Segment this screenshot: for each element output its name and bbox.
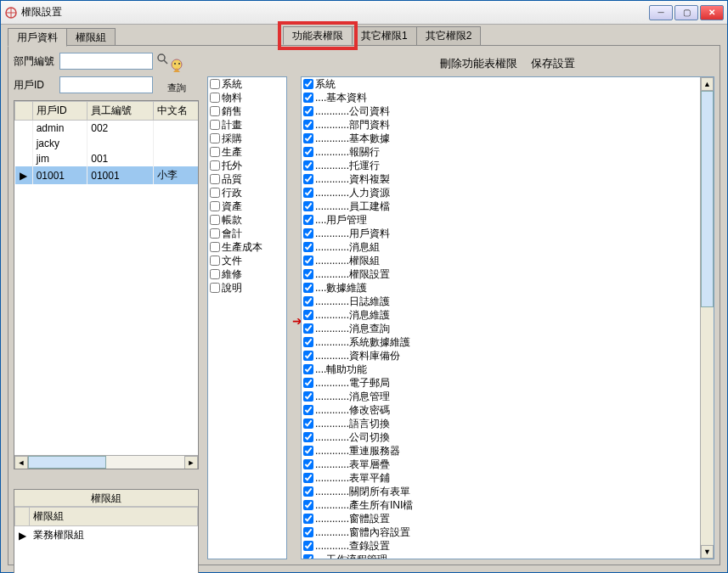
table-row[interactable]: ▶0100101001小李X.Le [15, 166, 200, 184]
save-settings-button[interactable]: 保存設置 [531, 57, 575, 70]
module-tree-item[interactable]: 行政 [208, 186, 286, 199]
perm-checkbox[interactable] [303, 188, 313, 198]
module-tree-item[interactable]: 托外 [208, 159, 286, 172]
perm-tree-item[interactable]: ............表單平鋪 [302, 471, 700, 485]
perm-checkbox[interactable] [303, 405, 313, 415]
perm-checkbox[interactable] [303, 337, 313, 347]
table-row[interactable]: admin002Cha [15, 121, 200, 137]
table-row[interactable]: ▶業務權限組 [15, 526, 198, 545]
perm-tree-item[interactable]: ............資料庫備份 [302, 349, 700, 362]
delete-menu-perm-button[interactable]: 刪除功能表權限 [440, 57, 517, 70]
perm-checkbox[interactable] [303, 364, 313, 374]
user-grid[interactable]: 用戶ID 員工編號 中文名 英文 admin002Chajackyjim001J… [14, 100, 199, 469]
module-tree-item[interactable]: 資產 [208, 199, 286, 213]
perm-checkbox[interactable] [303, 269, 313, 279]
module-tree-item[interactable]: 生產 [208, 145, 286, 159]
module-checkbox[interactable] [210, 106, 220, 116]
perm-checkbox[interactable] [303, 93, 313, 103]
perm-checkbox[interactable] [303, 391, 313, 402]
perm-tree-item[interactable]: ............表單層疊 [302, 458, 700, 471]
perm-checkbox[interactable] [303, 120, 313, 130]
perm-checkbox[interactable] [303, 256, 313, 266]
perm-checkbox[interactable] [303, 147, 313, 157]
minimize-button[interactable]: ─ [649, 5, 673, 20]
perm-checkbox[interactable] [303, 514, 313, 524]
tab-other-perm-2[interactable]: 其它權限2 [416, 26, 482, 45]
perm-checkbox[interactable] [303, 432, 313, 442]
perm-tree-item[interactable]: 系統 [302, 77, 700, 91]
module-tree-item[interactable]: 系統 [208, 77, 286, 91]
perm-tree-item[interactable]: ............關閉所有表單 [302, 485, 700, 498]
perm-tree-vscroll[interactable]: ▲ ▼ [700, 77, 714, 559]
perm-tree-item[interactable]: ....基本資料 [302, 91, 700, 104]
grid-hscroll[interactable]: ◄ ► [14, 455, 198, 469]
module-checkbox[interactable] [210, 269, 220, 279]
module-tree-item[interactable]: 銷售 [208, 104, 286, 118]
col-empno[interactable]: 員工編號 [87, 102, 154, 121]
perm-tree-item[interactable]: ............日誌維護 [302, 295, 700, 308]
perm-checkbox[interactable] [303, 378, 313, 388]
perm-tree-item[interactable]: ............托運行 [302, 159, 700, 172]
module-checkbox[interactable] [210, 283, 220, 293]
module-checkbox[interactable] [210, 242, 220, 252]
module-tree-item[interactable]: 計畫 [208, 118, 286, 132]
close-button[interactable]: ✕ [700, 5, 724, 20]
vscroll-thumb[interactable] [701, 91, 714, 307]
perm-tree-item[interactable]: ............用戶資料 [302, 227, 700, 240]
perm-tree-item[interactable]: ............權限組 [302, 254, 700, 267]
perm-checkbox[interactable] [303, 554, 313, 559]
tab-perm-group[interactable]: 權限組 [66, 28, 116, 47]
perm-tree-item[interactable]: ............消息管理 [302, 390, 700, 403]
module-tree-item[interactable]: 品質 [208, 172, 286, 186]
module-tree-item[interactable]: 會計 [208, 227, 286, 240]
perm-tree-item[interactable]: ....工作流程管理 [302, 553, 700, 559]
module-checkbox[interactable] [210, 79, 220, 89]
perm-tree-item[interactable]: ............重連服務器 [302, 444, 700, 458]
perm-tree-item[interactable]: ............電子郵局 [302, 376, 700, 390]
tab-user-info[interactable]: 用戶資料 [8, 28, 67, 47]
perm-tree-item[interactable]: ............員工建檔 [302, 199, 700, 213]
perm-checkbox[interactable] [303, 174, 313, 184]
vscroll-up-arrow[interactable]: ▲ [701, 77, 714, 91]
perm-checkbox[interactable] [303, 160, 313, 171]
perm-tree-item[interactable]: ............語言切換 [302, 417, 700, 430]
perm-checkbox[interactable] [303, 215, 313, 225]
perm-checkbox[interactable] [303, 446, 313, 456]
perm-checkbox[interactable] [303, 486, 313, 497]
module-tree-item[interactable]: 帳款 [208, 213, 286, 227]
col-cn[interactable]: 中文名 [153, 102, 199, 121]
perm-tree-item[interactable]: ............部門資料 [302, 118, 700, 132]
module-checkbox[interactable] [210, 147, 220, 157]
perm-checkbox[interactable] [303, 419, 313, 429]
perm-checkbox[interactable] [303, 310, 313, 320]
perm-tree-item[interactable]: ............公司資料 [302, 104, 700, 118]
module-checkbox[interactable] [210, 228, 220, 239]
perm-checkbox[interactable] [303, 473, 313, 483]
perm-tree-item[interactable]: ............查錄設置 [302, 539, 700, 553]
perm-checkbox[interactable] [303, 201, 313, 211]
perm-tree-item[interactable]: ....數據維護 [302, 281, 700, 295]
query-button[interactable]: 查詢 [165, 56, 189, 94]
perm-checkbox[interactable] [303, 323, 313, 334]
module-checkbox[interactable] [210, 133, 220, 143]
perm-checkbox[interactable] [303, 283, 313, 293]
perm-tree-item[interactable]: ............公司切換 [302, 430, 700, 444]
module-checkbox[interactable] [210, 160, 220, 171]
perm-checkbox[interactable] [303, 541, 313, 551]
hscroll-right-arrow[interactable]: ► [184, 456, 198, 469]
hscroll-left-arrow[interactable]: ◄ [14, 456, 28, 469]
perm-checkbox[interactable] [303, 296, 313, 306]
module-checkbox[interactable] [210, 93, 220, 103]
hscroll-thumb[interactable] [28, 456, 106, 469]
module-checkbox[interactable] [210, 215, 220, 225]
perm-checkbox[interactable] [303, 242, 313, 252]
table-row[interactable]: jim001Jim [15, 151, 200, 166]
tab-other-perm-1[interactable]: 其它權限1 [352, 26, 417, 45]
module-tree-item[interactable]: 採購 [208, 132, 286, 145]
module-tree[interactable]: 系統物料銷售計畫採購生產托外品質行政資產帳款會計生產成本文件維修說明 [207, 76, 287, 559]
group-grid[interactable]: 權限組 權限組 ▶業務權限組 [14, 489, 199, 573]
perm-tree-item[interactable]: ............報關行 [302, 145, 700, 159]
perm-tree-item[interactable]: ............基本數據 [302, 132, 700, 145]
perm-tree-item[interactable]: ............窗體內容設置 [302, 525, 700, 539]
module-checkbox[interactable] [210, 120, 220, 130]
